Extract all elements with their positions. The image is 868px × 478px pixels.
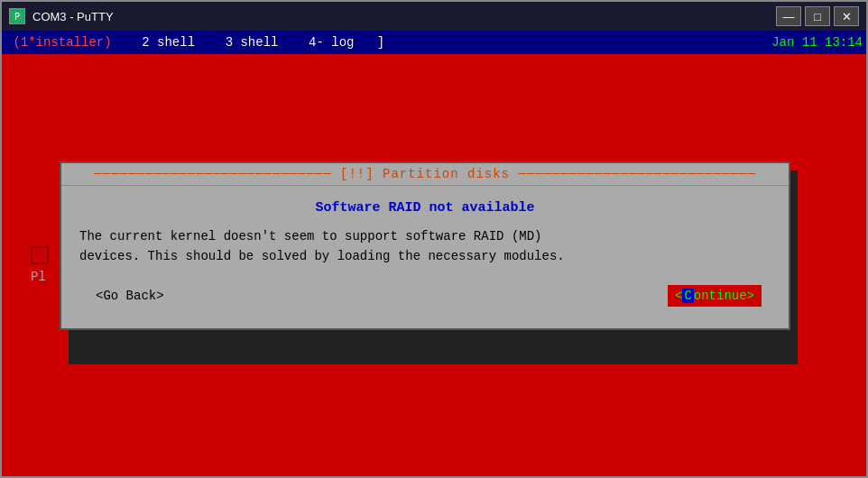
dialog-title: ──────────────────────────── [!!] Partit… <box>61 163 789 186</box>
tab-bar-left: (1*installer) 2 shell 3 shell 4- log ] <box>5 35 384 50</box>
pl-label: Pl <box>31 270 46 284</box>
dialog-main-message: Software RAID not available <box>79 200 771 216</box>
dialog-body: Software RAID not available The current … <box>61 186 789 328</box>
tab-2-shell[interactable]: 2 shell <box>142 35 195 50</box>
dialog-wrapper: ──────────────────────────── [!!] Partit… <box>60 161 808 369</box>
left-indicator-square <box>31 246 49 264</box>
tab-bar: (1*installer) 2 shell 3 shell 4- log ] J… <box>2 31 866 54</box>
svg-text:P: P <box>14 12 20 22</box>
terminal-content: Pl ──────────────────────────── [!!] Par… <box>2 54 866 476</box>
maximize-button[interactable]: □ <box>805 6 830 26</box>
close-button[interactable]: ✕ <box>834 6 859 26</box>
continue-button[interactable]: <Continue> <box>668 285 762 307</box>
main-window: P COM3 - PuTTY — □ ✕ (1*installer) 2 she… <box>0 0 868 478</box>
window-title: COM3 - PuTTY <box>32 10 769 23</box>
dialog-buttons-row: <Go Back> <Continue> <box>79 285 771 314</box>
dialog-description: The current kernel doesn't seem to suppo… <box>79 226 771 267</box>
tab-4-log[interactable]: 4- log <box>309 35 354 50</box>
app-icon: P <box>9 8 25 24</box>
window-controls: — □ ✕ <box>776 6 859 26</box>
datetime-display: Jan 11 13:14 <box>771 35 863 50</box>
tab-1-installer[interactable]: (1*installer) <box>13 35 111 50</box>
dialog-box: ──────────────────────────── [!!] Partit… <box>60 161 790 330</box>
go-back-button[interactable]: <Go Back> <box>88 285 171 307</box>
terminal-area: (1*installer) 2 shell 3 shell 4- log ] J… <box>2 31 866 476</box>
minimize-button[interactable]: — <box>776 6 801 26</box>
continue-label: C <box>682 289 693 303</box>
tab-3-shell[interactable]: 3 shell <box>226 35 279 50</box>
title-bar: P COM3 - PuTTY — □ ✕ <box>2 2 866 31</box>
